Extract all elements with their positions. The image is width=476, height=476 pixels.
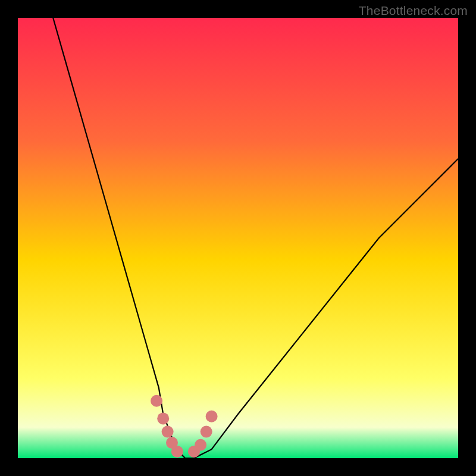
marker-dot [195,439,206,451]
chart-background [18,18,458,458]
marker-dot [151,395,162,407]
plot-area [18,18,458,458]
marker-dot [201,426,212,438]
watermark-text: TheBottleneck.com [359,4,468,18]
marker-dot [171,446,183,458]
chart-frame: TheBottleneck.com [0,0,476,476]
marker-dot [162,426,174,438]
marker-dot [157,412,169,424]
chart-svg [18,18,458,458]
marker-dot [206,411,218,422]
